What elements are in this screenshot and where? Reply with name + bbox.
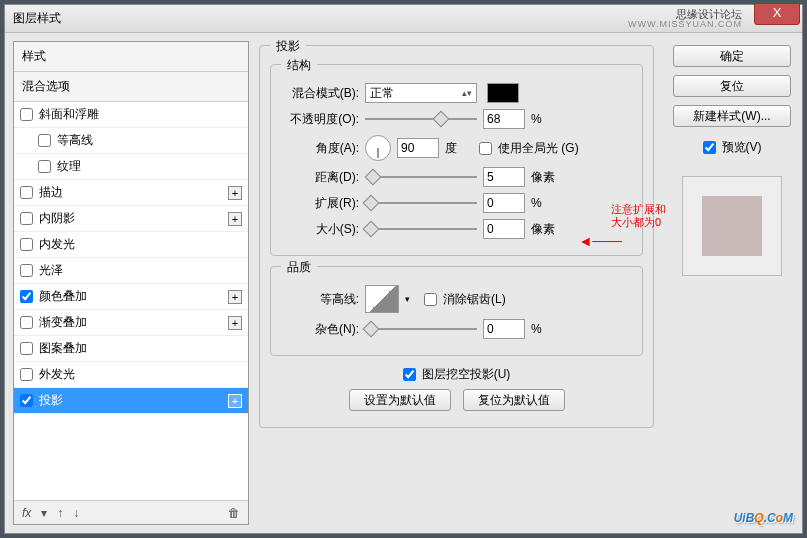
shadow-color-swatch[interactable] [487,83,519,103]
add-effect-icon[interactable]: + [228,316,242,330]
sidebar-item-10[interactable]: 外发光 [14,362,248,388]
effect-checkbox[interactable] [20,264,33,277]
noise-label: 杂色(N): [281,321,359,338]
opacity-input[interactable] [483,109,525,129]
sidebar-item-2[interactable]: 纹理 [14,154,248,180]
angle-label: 角度(A): [281,140,359,157]
angle-unit: 度 [445,140,473,157]
effect-checkbox[interactable] [20,316,33,329]
effect-label: 斜面和浮雕 [39,106,242,123]
global-light-checkbox[interactable] [479,142,492,155]
preview-swatch [702,196,762,256]
sidebar-item-6[interactable]: 光泽 [14,258,248,284]
annotation-text: 注意扩展和 大小都为0 [611,203,666,229]
knockout-checkbox[interactable] [403,368,416,381]
spread-label: 扩展(R): [281,195,359,212]
distance-input[interactable] [483,167,525,187]
antialias-checkbox[interactable] [424,293,437,306]
sidebar-item-11[interactable]: 投影+ [14,388,248,414]
quality-group: 品质 等高线: ▾ 消除锯齿(L) 杂色(N): % [270,266,643,356]
structure-group: 结构 混合模式(B): 正常 ▴▾ 不透明度(O): % [270,64,643,256]
arrow-up-icon[interactable]: ↑ [57,506,63,520]
chevron-down-icon[interactable]: ▾ [41,506,47,520]
effect-checkbox[interactable] [20,394,33,407]
add-effect-icon[interactable]: + [228,186,242,200]
opacity-slider[interactable] [365,111,477,127]
antialias-label: 消除锯齿(L) [443,291,506,308]
preview-checkbox[interactable] [703,141,716,154]
blend-mode-select[interactable]: 正常 ▴▾ [365,83,477,103]
ok-button[interactable]: 确定 [673,45,791,67]
cancel-button[interactable]: 复位 [673,75,791,97]
spread-input[interactable] [483,193,525,213]
noise-unit: % [531,322,559,336]
noise-slider[interactable] [365,321,477,337]
effect-checkbox[interactable] [20,368,33,381]
distance-label: 距离(D): [281,169,359,186]
right-column: 确定 复位 新建样式(W)... 预览(V) [664,41,794,525]
effect-label: 颜色叠加 [39,288,228,305]
angle-dial[interactable] [365,135,391,161]
reset-default-button[interactable]: 复位为默认值 [463,389,565,411]
opacity-label: 不透明度(O): [281,111,359,128]
sidebar-item-7[interactable]: 颜色叠加+ [14,284,248,310]
arrow-down-icon[interactable]: ↓ [73,506,79,520]
effect-checkbox[interactable] [20,212,33,225]
blend-options-header[interactable]: 混合选项 [14,72,248,102]
sidebar-item-8[interactable]: 渐变叠加+ [14,310,248,336]
sidebar-item-1[interactable]: 等高线 [14,128,248,154]
sidebar-item-9[interactable]: 图案叠加 [14,336,248,362]
effect-checkbox[interactable] [20,186,33,199]
effects-list: 斜面和浮雕等高线纹理描边+内阴影+内发光光泽颜色叠加+渐变叠加+图案叠加外发光投… [14,102,248,500]
blend-mode-label: 混合模式(B): [281,85,359,102]
fx-icon[interactable]: fx [22,506,31,520]
preview-label: 预览(V) [722,139,762,156]
knockout-label: 图层挖空投影(U) [422,366,511,383]
contour-picker[interactable] [365,285,399,313]
opacity-unit: % [531,112,559,126]
effect-label: 描边 [39,184,228,201]
forum-url: WWW.MISSYUAN.COM [628,19,742,29]
chevron-updown-icon: ▴▾ [462,88,472,98]
close-button[interactable]: X [754,3,800,25]
effect-checkbox[interactable] [38,134,51,147]
sidebar-item-5[interactable]: 内发光 [14,232,248,258]
distance-slider[interactable] [365,169,477,185]
sidebar-item-4[interactable]: 内阴影+ [14,206,248,232]
size-label: 大小(S): [281,221,359,238]
add-effect-icon[interactable]: + [228,212,242,226]
noise-input[interactable] [483,319,525,339]
set-default-button[interactable]: 设置为默认值 [349,389,451,411]
effect-checkbox[interactable] [38,160,51,173]
add-effect-icon[interactable]: + [228,290,242,304]
styles-header[interactable]: 样式 [14,42,248,72]
styles-sidebar: 样式 混合选项 斜面和浮雕等高线纹理描边+内阴影+内发光光泽颜色叠加+渐变叠加+… [13,41,249,525]
quality-title: 品质 [281,259,317,276]
distance-unit: 像素 [531,169,559,186]
dialog-body: 样式 混合选项 斜面和浮雕等高线纹理描边+内阴影+内发光光泽颜色叠加+渐变叠加+… [5,33,802,533]
effect-checkbox[interactable] [20,108,33,121]
effect-checkbox[interactable] [20,342,33,355]
sidebar-item-0[interactable]: 斜面和浮雕 [14,102,248,128]
chevron-down-icon[interactable]: ▾ [405,294,410,304]
spread-slider[interactable] [365,195,477,211]
size-unit: 像素 [531,221,559,238]
size-input[interactable] [483,219,525,239]
preview-box [682,176,782,276]
annotation-arrow-icon: ◄─── [578,233,622,249]
effect-label: 内阴影 [39,210,228,227]
add-effect-icon[interactable]: + [228,394,242,408]
size-slider[interactable] [365,221,477,237]
titlebar: 图层样式 思缘设计论坛 WWW.MISSYUAN.COM X [5,5,802,33]
spread-unit: % [531,196,559,210]
new-style-button[interactable]: 新建样式(W)... [673,105,791,127]
panel-title: 投影 [270,38,306,55]
effect-checkbox[interactable] [20,238,33,251]
sidebar-item-3[interactable]: 描边+ [14,180,248,206]
effect-label: 外发光 [39,366,242,383]
effect-label: 投影 [39,392,228,409]
effect-label: 渐变叠加 [39,314,228,331]
effect-checkbox[interactable] [20,290,33,303]
trash-icon[interactable]: 🗑 [228,506,240,520]
angle-input[interactable] [397,138,439,158]
